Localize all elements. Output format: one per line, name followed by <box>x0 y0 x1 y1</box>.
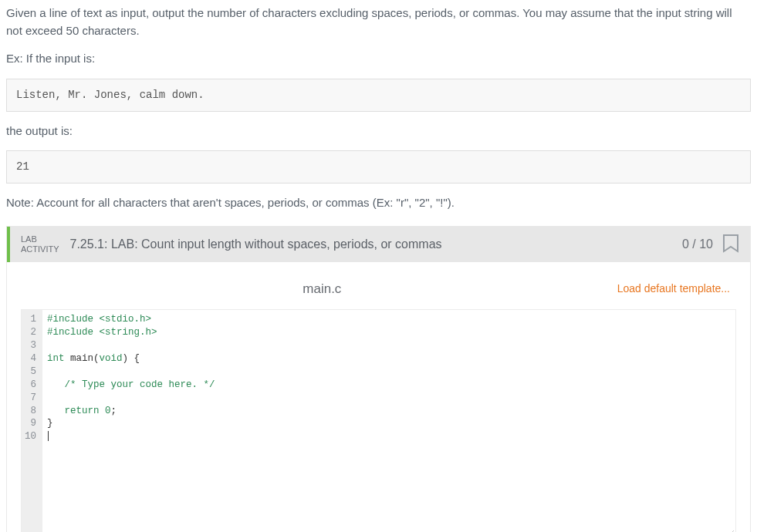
line-number: 1 <box>25 313 38 326</box>
bookmark-icon[interactable] <box>722 234 739 254</box>
line-number: 4 <box>25 352 38 365</box>
code-line[interactable] <box>47 339 731 352</box>
lab-header: LAB ACTIVITY 7.25.1: LAB: Count input le… <box>7 227 750 262</box>
load-default-template-link[interactable]: Load default template... <box>617 281 730 297</box>
code-line[interactable]: #include <stdio.h> <box>47 313 731 326</box>
file-bar: main.c Load default template... <box>7 262 750 310</box>
lab-score: 0 / 10 <box>682 235 713 254</box>
example-input-label: Ex: If the input is: <box>6 50 751 68</box>
code-area[interactable]: #include <stdio.h>#include <string.h> in… <box>42 310 735 532</box>
problem-intro: Given a line of text as input, output th… <box>6 5 751 39</box>
line-number: 9 <box>25 417 38 430</box>
line-number: 3 <box>25 339 38 352</box>
output-label: the output is: <box>6 123 751 140</box>
text-cursor <box>48 431 49 441</box>
problem-description: Given a line of text as input, output th… <box>0 5 757 212</box>
sample-output-box: 21 <box>6 150 751 184</box>
code-line[interactable]: #include <string.h> <box>47 326 731 339</box>
sample-input-box: Listen, Mr. Jones, calm down. <box>6 79 751 112</box>
code-line[interactable] <box>47 392 731 405</box>
filename-label: main.c <box>302 279 341 299</box>
lab-activity-badge: LAB ACTIVITY <box>21 234 59 254</box>
problem-note: Note: Account for all characters that ar… <box>6 194 751 212</box>
line-number-gutter: 12345678910 <box>22 310 42 532</box>
line-number: 10 <box>25 430 38 443</box>
code-line[interactable]: return 0; <box>47 405 731 418</box>
code-editor[interactable]: 12345678910 #include <stdio.h>#include <… <box>21 309 736 532</box>
line-number: 5 <box>25 365 38 379</box>
code-line[interactable]: /* Type your code here. */ <box>47 379 731 392</box>
code-line[interactable]: int main(void) { <box>47 352 731 365</box>
lab-title: 7.25.1: LAB: Count input length without … <box>70 235 682 254</box>
lab-activity-line1: LAB <box>21 234 59 244</box>
line-number: 8 <box>25 405 38 418</box>
line-number: 7 <box>25 392 38 405</box>
code-line[interactable] <box>47 430 731 443</box>
lab-activity-panel: LAB ACTIVITY 7.25.1: LAB: Count input le… <box>6 226 751 533</box>
code-line[interactable] <box>47 365 731 379</box>
code-line[interactable]: } <box>47 417 731 430</box>
lab-activity-line2: ACTIVITY <box>21 244 59 254</box>
line-number: 6 <box>25 379 38 392</box>
line-number: 2 <box>25 326 38 339</box>
